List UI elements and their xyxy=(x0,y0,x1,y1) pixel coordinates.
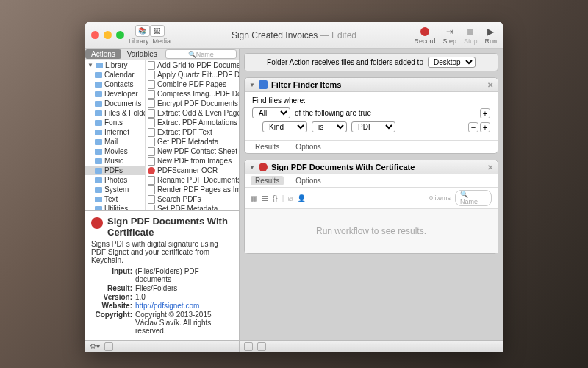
remove-row-button[interactable]: − xyxy=(468,122,478,132)
library-item[interactable]: ▼Library xyxy=(85,60,145,70)
record-icon xyxy=(420,27,429,36)
remove-step-button[interactable]: ✕ xyxy=(487,81,493,89)
value-select[interactable]: PDF xyxy=(351,121,395,132)
disclosure-icon[interactable]: ▼ xyxy=(249,82,255,88)
view-person-button[interactable]: 👤 xyxy=(297,194,306,202)
action-item[interactable]: Add Grid to PDF Documents xyxy=(146,60,239,70)
view-path-button[interactable]: ⎚ xyxy=(288,194,293,202)
cond-all-select[interactable]: All xyxy=(252,107,290,118)
minimize-button[interactable] xyxy=(104,31,112,39)
folder-icon xyxy=(95,168,102,174)
library-item[interactable]: Files & Folders xyxy=(85,108,145,118)
step-icon: ⇥ xyxy=(444,26,456,38)
pdf-action-icon xyxy=(148,205,155,211)
folder-icon xyxy=(95,120,102,126)
pdf-action-icon xyxy=(148,71,155,79)
action-item[interactable]: Render PDF Pages as Images xyxy=(146,185,239,194)
pdf-action-icon xyxy=(148,148,155,155)
folder-icon xyxy=(95,177,102,183)
pdf-action-icon xyxy=(148,81,155,88)
is-select[interactable]: is xyxy=(312,121,347,132)
automator-window: 📚 🖼 Library Media Sign Created Invoices … xyxy=(85,22,503,352)
info-title: Sign PDF Documents With Certificate xyxy=(91,216,233,238)
folder-select[interactable]: Desktop xyxy=(428,57,476,68)
action-item[interactable]: Encrypt PDF Documents xyxy=(146,99,239,108)
folder-action-header: Folder Action receives files and folders… xyxy=(244,53,498,71)
library-item[interactable]: Fonts xyxy=(85,118,145,127)
view-braces-button[interactable]: {} xyxy=(273,194,278,202)
action-item[interactable]: Combine PDF Pages xyxy=(146,79,239,89)
action-item[interactable]: Apply Quartz Filt...PDF Documents xyxy=(146,70,239,79)
action-item[interactable]: Rename PDF Documents xyxy=(146,175,239,185)
action-item[interactable]: Compress Imag...PDF Documents xyxy=(146,89,239,99)
run-icon: ▶ xyxy=(485,26,497,38)
library-item[interactable]: Mail xyxy=(85,137,145,146)
media-toggle[interactable]: 🖼 xyxy=(150,25,165,37)
library-item[interactable]: Internet xyxy=(85,127,145,137)
pdf-action-icon xyxy=(148,138,155,146)
record-button[interactable]: Record xyxy=(414,26,435,45)
search-input[interactable]: 🔍 Name xyxy=(165,49,237,59)
actions-column: Add Grid to PDF DocumentsApply Quartz Fi… xyxy=(146,60,239,210)
close-button[interactable] xyxy=(91,31,99,39)
sign-options-tab[interactable]: Options xyxy=(291,176,325,185)
log-toggle[interactable] xyxy=(244,342,253,351)
action-item[interactable]: Get PDF Metadata xyxy=(146,137,239,146)
results-placeholder: Run workflow to see results. xyxy=(245,209,498,253)
gear-icon[interactable]: ⚙▾ xyxy=(90,342,100,350)
run-button[interactable]: ▶Run xyxy=(484,26,497,45)
action-item[interactable]: Extract PDF Text xyxy=(146,127,239,137)
library-item[interactable]: Calendar xyxy=(85,70,145,79)
zoom-button[interactable] xyxy=(116,31,124,39)
layout-toggle[interactable] xyxy=(257,342,266,351)
folder-icon xyxy=(95,82,102,88)
library-toggle[interactable]: 📚 xyxy=(135,25,150,37)
action-item[interactable]: Search PDFs xyxy=(146,194,239,204)
library-item[interactable]: Photos xyxy=(85,175,145,185)
results-search[interactable]: 🔍 Name xyxy=(455,190,492,206)
website-link[interactable]: http://pdfsignet.com xyxy=(135,302,199,310)
action-item[interactable]: PDFScanner OCR xyxy=(146,166,239,175)
stop-button[interactable]: ◼Stop xyxy=(464,26,478,45)
disclosure-icon[interactable]: ▼ xyxy=(249,164,255,171)
library-item[interactable]: Developer xyxy=(85,89,145,99)
folder-icon xyxy=(95,158,102,164)
step-button[interactable]: ⇥Step xyxy=(442,26,456,45)
footer-toggle[interactable] xyxy=(104,342,113,351)
action-item[interactable]: New PDF from Images xyxy=(146,156,239,166)
view-list-button[interactable]: ☰ xyxy=(262,194,268,202)
remove-step-button[interactable]: ✕ xyxy=(487,163,493,171)
pdf-action-icon xyxy=(148,110,155,117)
library-item[interactable]: PDFs xyxy=(85,166,145,175)
pdf-action-icon xyxy=(148,129,155,136)
info-description: Signs PDFs with digital signature using … xyxy=(91,240,233,264)
filter-finder-items-step: ▼Filter Finder Items✕ Find files where: … xyxy=(244,77,498,154)
library-item[interactable]: Utilities xyxy=(85,204,145,210)
folder-icon xyxy=(95,139,102,145)
folder-icon xyxy=(95,101,102,107)
library-item[interactable]: Contacts xyxy=(85,79,145,89)
action-item[interactable]: Extract Odd & Even Pages xyxy=(146,108,239,118)
add-row-button[interactable]: + xyxy=(480,122,490,132)
view-icons-button[interactable]: ▦ xyxy=(251,194,257,202)
pdf-action-icon xyxy=(148,100,155,107)
results-tab[interactable]: Results xyxy=(251,142,284,152)
library-item[interactable]: Movies xyxy=(85,146,145,156)
options-tab[interactable]: Options xyxy=(291,142,325,152)
library-item[interactable]: System xyxy=(85,185,145,194)
kind-select[interactable]: Kind xyxy=(262,121,307,132)
add-condition-button[interactable]: + xyxy=(480,108,490,118)
library-item[interactable]: Music xyxy=(85,156,145,166)
tab-actions[interactable]: Actions xyxy=(85,49,121,59)
action-item[interactable]: Extract PDF Annotations xyxy=(146,118,239,127)
sign-results-tab[interactable]: Results xyxy=(251,176,284,185)
tab-variables[interactable]: Variables xyxy=(121,49,163,59)
action-item[interactable]: Set PDF Metadata xyxy=(146,204,239,210)
workflow-pane: Folder Action receives files and folders… xyxy=(240,49,503,352)
library-item[interactable]: Documents xyxy=(85,99,145,108)
pdf-action-icon xyxy=(148,196,155,203)
action-item[interactable]: New PDF Contact Sheet xyxy=(146,146,239,156)
stop-icon: ◼ xyxy=(465,26,476,38)
library-item[interactable]: Text xyxy=(85,194,145,204)
left-pane: Actions Variables 🔍 Name ▼LibraryCalenda… xyxy=(85,49,240,352)
